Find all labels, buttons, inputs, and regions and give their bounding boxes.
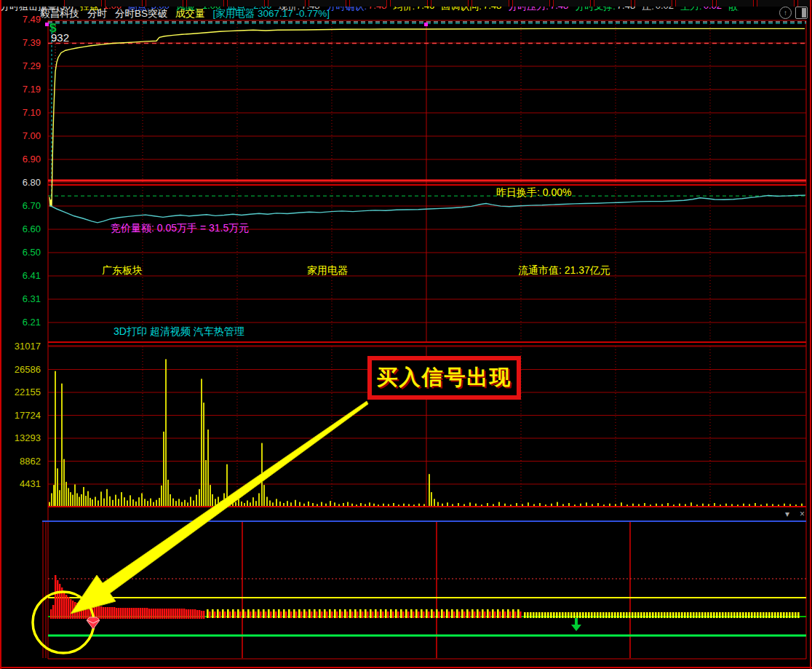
annotation-overlay <box>0 0 812 669</box>
signal-box-label: 买入信号出现 <box>377 363 512 392</box>
chart-title-bar: 毅昌科技 分时 分时BS突破 成交量 [家用电器 3067.17 -0.77%] <box>40 7 330 20</box>
highlight-arrow <box>71 401 368 614</box>
signal-box: 买入信号出现 <box>367 356 521 400</box>
panel-toggle-icon[interactable] <box>795 7 808 19</box>
chevron-down-icon[interactable]: ▾ <box>785 509 789 519</box>
sector-info-label: [家用电器 3067.17 -0.77%] <box>213 7 330 20</box>
sell-arrow-down-icon <box>571 618 581 631</box>
stock-name: 毅昌科技 <box>40 7 79 20</box>
highlight-ellipse <box>33 592 94 653</box>
buy-diamond-icon <box>87 617 100 629</box>
maximize-icon[interactable]: ↑ <box>779 7 792 19</box>
period-label[interactable]: 分时 <box>87 7 107 20</box>
overlay-indicator-label[interactable]: 分时BS突破 <box>115 7 167 20</box>
close-icon[interactable]: × <box>800 509 805 519</box>
volume-indicator-label[interactable]: 成交量 <box>175 7 205 20</box>
